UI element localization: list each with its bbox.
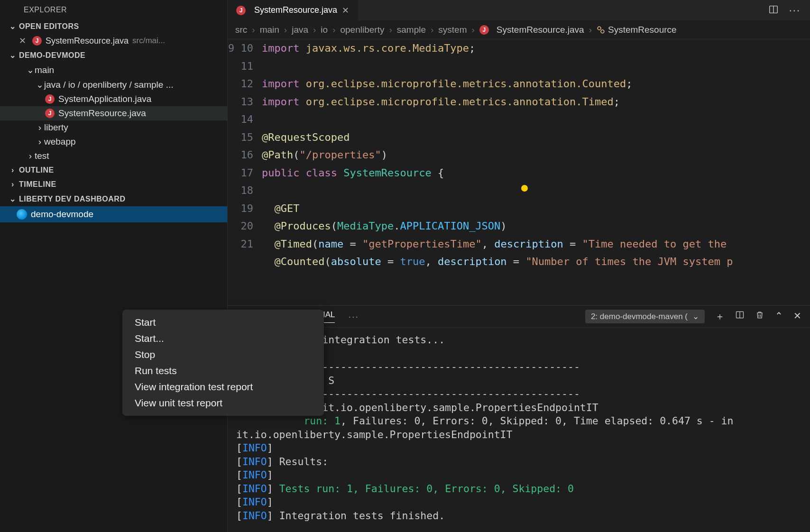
new-terminal-icon[interactable]: ＋ <box>715 310 725 323</box>
code-editor[interactable]: 9 10 11 12 13 14 15 16 17 18 19 20 21 im… <box>228 39 810 305</box>
project-name-label: DEMO-DEVMODE <box>19 51 85 60</box>
close-panel-icon[interactable]: ✕ <box>793 310 801 323</box>
chevron-right-icon: › <box>252 25 255 35</box>
breadcrumb-segment[interactable]: src <box>235 25 247 35</box>
tree-folder-liberty[interactable]: › liberty <box>0 120 227 135</box>
explorer-sidebar: EXPLORER ⌄ OPEN EDITORS ✕ J SystemResour… <box>0 0 228 532</box>
open-editors-label: OPEN EDITORS <box>19 22 79 31</box>
lightbulb-icon[interactable] <box>521 185 528 192</box>
breadcrumb[interactable]: src› main› java› io› openliberty› sample… <box>228 21 810 39</box>
dashboard-label: LIBERTY DEV DASHBOARD <box>19 195 125 203</box>
menu-item-view-unit-report[interactable]: View unit test report <box>122 395 324 411</box>
chevron-down-icon: ⌄ <box>9 51 17 60</box>
chevron-down-icon: ⌄ <box>9 22 17 31</box>
outline-header[interactable]: › OUTLINE <box>0 163 227 177</box>
editor-group: J SystemResource.java ✕ ··· src› main› j… <box>228 0 810 532</box>
java-file-icon: J <box>45 109 55 118</box>
folder-label: liberty <box>44 122 68 133</box>
svg-point-2 <box>598 27 601 30</box>
menu-item-stop[interactable]: Stop <box>122 347 324 363</box>
folder-label: test <box>35 151 49 161</box>
folder-label: main <box>35 65 54 75</box>
tabbar-actions: ··· <box>768 4 810 17</box>
folder-label: webapp <box>44 137 76 147</box>
chevron-right-icon: › <box>431 25 433 35</box>
maximize-panel-icon[interactable]: ⌃ <box>775 310 783 323</box>
breadcrumb-segment[interactable]: system <box>438 25 467 35</box>
context-menu: Start Start... Stop Run tests View integ… <box>122 310 324 416</box>
liberty-dashboard-header[interactable]: ⌄ LIBERTY DEV DASHBOARD <box>0 192 227 206</box>
close-icon[interactable]: ✕ <box>19 36 28 46</box>
chevron-right-icon: › <box>313 25 316 35</box>
tree-folder-main[interactable]: ⌄ main <box>0 63 227 77</box>
chevron-right-icon: › <box>332 25 335 35</box>
dashboard-item-demo-devmode[interactable]: demo-devmode <box>0 206 227 222</box>
breadcrumb-segment[interactable]: openliberty <box>340 25 384 35</box>
split-editor-icon[interactable] <box>768 4 779 17</box>
dashboard-item-label: demo-devmode <box>31 209 93 220</box>
open-editor-path: src/mai... <box>132 36 165 46</box>
editor-tab-bar: J SystemResource.java ✕ ··· <box>228 0 810 21</box>
explorer-title: EXPLORER <box>0 0 227 19</box>
tree-file-systemresource[interactable]: J SystemResource.java <box>0 106 227 120</box>
terminal-selector-label: 2: demo-devmode-maven ( <box>591 312 688 321</box>
breadcrumb-symbol-label: SystemResource <box>608 25 677 35</box>
chevron-right-icon: › <box>26 151 35 161</box>
close-icon[interactable]: ✕ <box>342 5 349 16</box>
breadcrumb-symbol[interactable]: SystemResource <box>597 25 677 35</box>
tab-filename: SystemResource.java <box>254 5 337 15</box>
panel-more-icon[interactable]: ··· <box>348 311 359 322</box>
menu-item-start[interactable]: Start <box>122 314 324 330</box>
liberty-icon <box>17 209 27 220</box>
open-editor-item[interactable]: ✕ J SystemResource.java src/mai... <box>0 34 227 48</box>
chevron-down-icon: ⌄ <box>36 79 44 90</box>
breadcrumb-segment[interactable]: sample <box>397 25 426 35</box>
folder-label: java / io / openliberty / sample ... <box>44 80 173 90</box>
tree-folder-java-path[interactable]: ⌄ java / io / openliberty / sample ... <box>0 77 227 92</box>
java-file-icon: J <box>479 25 489 35</box>
more-actions-icon[interactable]: ··· <box>789 4 801 17</box>
breadcrumb-segment[interactable]: main <box>260 25 279 35</box>
tree-file-systemapplication[interactable]: J SystemApplication.java <box>0 92 227 106</box>
breadcrumb-segment[interactable]: java <box>292 25 308 35</box>
chevron-right-icon: › <box>589 25 592 35</box>
menu-item-view-integration-report[interactable]: View integration test report <box>122 379 324 395</box>
chevron-down-icon: ⌄ <box>9 194 17 203</box>
java-file-icon: J <box>32 36 42 46</box>
breadcrumb-segment[interactable]: io <box>321 25 328 35</box>
chevron-right-icon: › <box>36 137 44 147</box>
menu-item-start-dots[interactable]: Start... <box>122 330 324 347</box>
open-editors-header[interactable]: ⌄ OPEN EDITORS <box>0 19 227 34</box>
chevron-down-icon: ⌄ <box>692 312 699 321</box>
tree-folder-webapp[interactable]: › webapp <box>0 135 227 149</box>
class-symbol-icon <box>597 26 605 34</box>
chevron-right-icon: › <box>9 180 17 189</box>
project-header[interactable]: ⌄ DEMO-DEVMODE <box>0 48 227 63</box>
breadcrumb-file-label: SystemResource.java <box>497 25 584 35</box>
file-label: SystemResource.java <box>58 108 146 119</box>
java-file-icon: J <box>236 6 246 15</box>
split-terminal-icon[interactable] <box>735 310 745 323</box>
file-label: SystemApplication.java <box>58 94 151 104</box>
terminal-selector[interactable]: 2: demo-devmode-maven ( ⌄ <box>585 310 705 323</box>
kill-terminal-icon[interactable] <box>755 310 764 323</box>
outline-label: OUTLINE <box>19 166 54 174</box>
timeline-header[interactable]: › TIMELINE <box>0 177 227 192</box>
svg-point-3 <box>601 30 604 33</box>
editor-tab-systemresource[interactable]: J SystemResource.java ✕ <box>228 0 358 20</box>
java-file-icon: J <box>45 94 55 104</box>
tree-folder-test[interactable]: › test <box>0 149 227 163</box>
menu-item-run-tests[interactable]: Run tests <box>122 363 324 379</box>
breadcrumb-file[interactable]: J SystemResource.java <box>479 25 584 35</box>
chevron-right-icon: › <box>36 122 44 133</box>
chevron-right-icon: › <box>472 25 475 35</box>
open-editor-filename: SystemResource.java <box>46 36 129 46</box>
chevron-right-icon: › <box>9 166 17 174</box>
chevron-right-icon: › <box>284 25 287 35</box>
line-number-gutter: 9 10 11 12 13 14 15 16 17 18 19 20 21 <box>228 39 262 305</box>
chevron-right-icon: › <box>389 25 392 35</box>
chevron-down-icon: ⌄ <box>26 64 35 75</box>
code-content[interactable]: import javax.ws.rs.core.MediaType; impor… <box>262 39 810 305</box>
timeline-label: TIMELINE <box>19 180 56 189</box>
